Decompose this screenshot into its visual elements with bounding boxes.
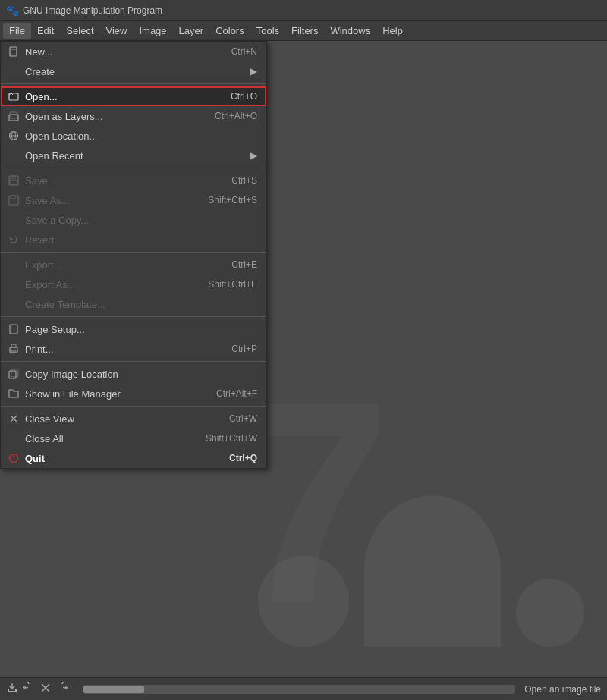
scrollbar-thumb <box>83 686 144 693</box>
new-shortcut: Ctrl+N <box>231 46 257 57</box>
show-manager-shortcut: Ctrl+Alt+F <box>216 388 257 399</box>
separator-3 <box>1 252 266 253</box>
svg-rect-16 <box>11 350 16 352</box>
svg-rect-13 <box>10 325 17 334</box>
export-shortcut: Ctrl+E <box>231 259 257 270</box>
svg-rect-4 <box>10 112 17 118</box>
status-text: Open an image file <box>524 684 601 695</box>
open-location-label: Open Location... <box>25 130 257 142</box>
menu-entry-save-as[interactable]: Save As... Shift+Ctrl+S <box>1 190 266 210</box>
svg-rect-9 <box>11 176 15 179</box>
open-recent-label: Open Recent <box>25 150 244 162</box>
menu-entry-close-all[interactable]: Close All Shift+Ctrl+W <box>1 428 266 448</box>
menu-entry-page-setup[interactable]: Page Setup... <box>1 319 266 339</box>
menu-item-tools[interactable]: Tools <box>250 23 285 39</box>
quit-shortcut: Ctrl+Q <box>229 453 257 463</box>
menu-entry-close-view[interactable]: Close View Ctrl+W <box>1 409 266 428</box>
open-icon <box>7 89 20 103</box>
export-as-shortcut: Shift+Ctrl+E <box>208 279 257 290</box>
menu-entry-create-template[interactable]: Create Template... <box>1 294 266 314</box>
create-arrow: ▶ <box>250 66 257 77</box>
save-as-label: Save As... <box>25 195 196 206</box>
save-label: Save... <box>25 175 219 187</box>
quit-icon <box>7 451 20 465</box>
menu-entry-open-layers[interactable]: Open as Layers... Ctrl+Alt+O <box>1 106 266 126</box>
svg-rect-0 <box>10 47 17 56</box>
export-btn[interactable] <box>6 682 18 696</box>
menu-entry-create[interactable]: Create ▶ <box>1 61 266 81</box>
separator-2 <box>1 168 266 168</box>
svg-rect-10 <box>10 180 17 184</box>
open-label: Open... <box>25 91 219 102</box>
menu-item-image[interactable]: Image <box>133 23 172 39</box>
undo-btn[interactable] <box>23 682 35 696</box>
file-menu-dropdown: New... Ctrl+N Create ▶ Open... Ctrl+O Op… <box>0 41 267 469</box>
revert-icon <box>7 233 20 246</box>
menu-item-windows[interactable]: Windows <box>324 23 376 39</box>
menu-entry-export-as[interactable]: Export As... Shift+Ctrl+E <box>1 275 266 294</box>
menu-entry-show-manager[interactable]: Show in File Manager Ctrl+Alt+F <box>1 384 266 403</box>
svg-rect-3 <box>9 115 18 121</box>
print-icon <box>7 342 20 356</box>
print-label: Print... <box>25 344 219 355</box>
scrollbar[interactable] <box>83 685 515 694</box>
menu-entry-open-location[interactable]: Open Location... <box>1 126 266 146</box>
show-manager-icon <box>7 387 20 400</box>
create-label: Create <box>25 66 244 77</box>
menu-item-view[interactable]: View <box>100 23 134 39</box>
menu-item-edit[interactable]: Edit <box>31 23 60 39</box>
menu-entry-copy-location[interactable]: Copy Image Location <box>1 364 266 384</box>
menu-item-layer[interactable]: Layer <box>173 23 210 39</box>
cancel-btn[interactable] <box>39 682 52 696</box>
status-bar: Open an image file <box>0 677 607 700</box>
open-recent-arrow: ▶ <box>250 150 257 161</box>
svg-rect-17 <box>9 371 16 378</box>
svg-rect-15 <box>11 344 16 347</box>
title-bar-text: GNU Image Manipulation Program <box>23 5 162 16</box>
save-shortcut: Ctrl+S <box>231 175 257 186</box>
separator-1 <box>1 83 266 84</box>
save-as-shortcut: Shift+Ctrl+S <box>208 195 257 206</box>
menu-entry-save[interactable]: Save... Ctrl+S <box>1 171 266 190</box>
print-shortcut: Ctrl+P <box>231 344 257 354</box>
menu-entry-quit[interactable]: Quit Ctrl+Q <box>1 448 266 468</box>
close-view-shortcut: Ctrl+W <box>229 413 257 424</box>
copy-location-icon <box>7 367 20 381</box>
new-label: New... <box>25 46 219 58</box>
open-shortcut: Ctrl+O <box>231 91 257 102</box>
menu-item-colors[interactable]: Colors <box>209 23 250 39</box>
menu-entry-export[interactable]: Export... Ctrl+E <box>1 255 266 275</box>
svg-rect-12 <box>11 196 15 199</box>
separator-6 <box>1 406 266 407</box>
menu-item-help[interactable]: Help <box>376 23 409 39</box>
menu-entry-print[interactable]: Print... Ctrl+P <box>1 339 266 359</box>
open-layers-label: Open as Layers... <box>25 111 203 122</box>
menu-entry-open[interactable]: Open... Ctrl+O <box>1 86 266 106</box>
page-setup-label: Page Setup... <box>25 324 257 335</box>
redo-btn[interactable] <box>56 682 68 696</box>
menu-item-filters[interactable]: Filters <box>285 23 324 39</box>
export-label: Export... <box>25 259 219 271</box>
quit-label: Quit <box>25 453 217 464</box>
create-template-label: Create Template... <box>25 299 257 310</box>
export-as-label: Export As... <box>25 279 196 290</box>
revert-label: Revert <box>25 234 257 246</box>
menu-item-file[interactable]: File <box>3 23 31 39</box>
menu-entry-open-recent[interactable]: Open Recent ▶ <box>1 146 266 165</box>
separator-4 <box>1 316 266 317</box>
copy-location-label: Copy Image Location <box>25 369 257 380</box>
title-bar: 🐾 GNU Image Manipulation Program <box>0 0 607 21</box>
app-icon: 🐾 <box>6 5 18 17</box>
new-icon <box>7 45 20 58</box>
menu-entry-new[interactable]: New... Ctrl+N <box>1 42 266 61</box>
open-layers-shortcut: Ctrl+Alt+O <box>215 111 257 121</box>
menu-entry-save-copy[interactable]: Save a Copy... <box>1 210 266 230</box>
separator-5 <box>1 361 266 362</box>
menu-item-select[interactable]: Select <box>60 23 99 39</box>
open-location-icon <box>7 129 20 143</box>
close-view-label: Close View <box>25 413 217 425</box>
close-all-label: Close All <box>25 433 193 444</box>
menu-entry-revert[interactable]: Revert <box>1 230 266 250</box>
page-setup-icon <box>7 322 20 336</box>
show-manager-label: Show in File Manager <box>25 388 204 400</box>
